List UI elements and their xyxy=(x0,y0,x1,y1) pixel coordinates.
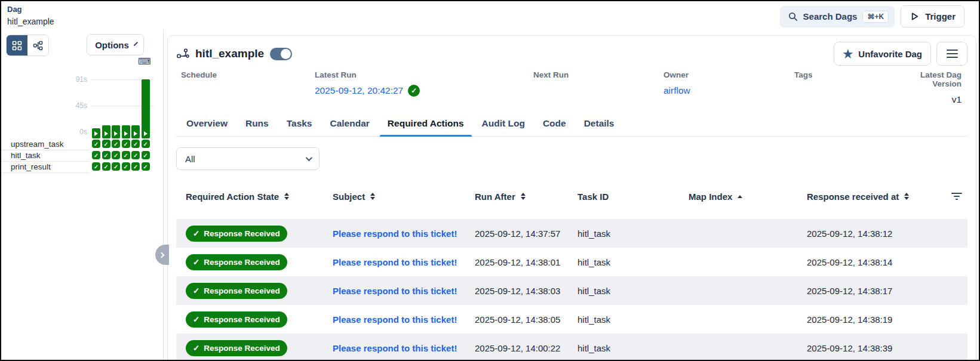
info-value xyxy=(181,84,310,97)
state-filter-select[interactable]: All xyxy=(176,147,320,170)
task-instance-success-icon[interactable]: ✓ xyxy=(112,140,120,148)
info-label: Latest Run xyxy=(315,70,529,79)
subject-link[interactable]: Please respond to this ticket! xyxy=(333,314,457,325)
trigger-button[interactable]: Trigger xyxy=(901,5,964,27)
task-instance-success-icon[interactable]: ✓ xyxy=(112,151,120,159)
options-dropdown[interactable]: Options xyxy=(87,34,144,55)
info-value-link[interactable]: airflow xyxy=(663,85,690,96)
badge-check-icon: ✓ xyxy=(193,286,199,295)
cell-response-received-at: 2025-09-12, 14:38:19 xyxy=(797,314,933,325)
subject-link[interactable]: Please respond to this ticket! xyxy=(333,257,457,267)
grid-sidebar: Options ⌨ 91s45s0s upstream_task✓✓✓✓✓✓hi… xyxy=(1,30,163,361)
task-instance-success-icon[interactable]: ✓ xyxy=(131,162,140,171)
subject-link[interactable]: Please respond to this ticket! xyxy=(333,343,457,353)
column-filter[interactable] xyxy=(933,193,967,200)
column-label: Response received at xyxy=(807,192,899,202)
sort-icon xyxy=(284,193,289,200)
tab-code[interactable]: Code xyxy=(534,112,575,136)
cell-required-action-state: ✓Response Received xyxy=(176,226,323,242)
run-duration-bar[interactable] xyxy=(122,125,130,138)
column-label: Map Index xyxy=(689,192,732,202)
tab-calendar[interactable]: Calendar xyxy=(321,112,379,136)
run-duration-bar[interactable] xyxy=(112,125,120,138)
tab-required-actions[interactable]: Required Actions xyxy=(379,112,473,136)
task-instance-success-icon[interactable]: ✓ xyxy=(142,162,150,171)
table-row[interactable]: ✓Response ReceivedPlease respond to this… xyxy=(176,248,967,276)
task-instance-success-icon[interactable]: ✓ xyxy=(131,151,140,159)
chevron-right-icon xyxy=(159,252,165,258)
cell-required-action-state: ✓Response Received xyxy=(176,340,323,356)
chevron-down-icon xyxy=(306,155,312,161)
task-instance-success-icon[interactable]: ✓ xyxy=(102,140,110,148)
task-instance-success-icon[interactable]: ✓ xyxy=(142,140,150,148)
column-header-map-index[interactable]: Map Index xyxy=(679,192,797,202)
task-row-label[interactable]: hitl_task xyxy=(1,150,90,162)
task-instance-success-icon[interactable]: ✓ xyxy=(122,140,130,148)
task-instance-success-icon[interactable]: ✓ xyxy=(92,162,100,171)
filter-icon[interactable] xyxy=(951,193,962,200)
breadcrumb-dag-name: hitl_example xyxy=(7,17,54,26)
cell-subject: Please respond to this ticket! xyxy=(323,286,465,296)
task-row-label[interactable]: print_result xyxy=(1,162,90,173)
task-row-label[interactable]: upstream_task xyxy=(1,139,90,150)
task-instance-success-icon[interactable]: ✓ xyxy=(131,140,140,148)
task-instance-success-icon[interactable]: ✓ xyxy=(122,162,130,171)
graph-view-button[interactable] xyxy=(27,35,48,55)
dag-icon xyxy=(176,47,189,60)
subject-link[interactable]: Please respond to this ticket! xyxy=(333,286,457,296)
cell-run-after: 2025-09-12, 14:38:05 xyxy=(465,314,568,325)
column-header-task-id[interactable]: Task ID xyxy=(568,192,679,202)
badge-label: Response Received xyxy=(204,286,280,295)
dag-pause-toggle[interactable] xyxy=(270,48,292,60)
task-instance-success-icon[interactable]: ✓ xyxy=(112,162,120,171)
cell-run-after: 2025-09-12, 14:37:57 xyxy=(465,229,568,239)
search-dags-button[interactable]: Search Dags ⌘+K xyxy=(780,6,895,27)
info-field-latest-dag-version: Latest Dag Versionv1 xyxy=(905,70,967,106)
cell-required-action-state: ✓Response Received xyxy=(176,283,323,299)
column-header-required-action-state[interactable]: Required Action State xyxy=(176,192,323,202)
table-row[interactable]: ✓Response ReceivedPlease respond to this… xyxy=(176,334,967,361)
table-row[interactable]: ✓Response ReceivedPlease respond to this… xyxy=(176,276,967,305)
task-instance-success-icon[interactable]: ✓ xyxy=(92,140,100,148)
run-duration-bar[interactable] xyxy=(92,128,100,138)
top-bar: Dag hitl_example Search Dags ⌘+K Trigger xyxy=(1,1,979,30)
column-label: Required Action State xyxy=(186,192,279,202)
cell-subject: Please respond to this ticket! xyxy=(323,229,465,239)
task-instance-success-icon[interactable]: ✓ xyxy=(102,162,110,171)
table-row[interactable]: ✓Response ReceivedPlease respond to this… xyxy=(176,305,967,334)
run-duration-bar[interactable] xyxy=(131,125,140,138)
axis-tick-label: 45s xyxy=(61,101,87,110)
run-type-play-icon xyxy=(114,131,118,136)
column-header-subject[interactable]: Subject xyxy=(323,192,465,202)
info-value: v1 xyxy=(910,93,961,106)
table-row[interactable]: ✓Response ReceivedPlease respond to this… xyxy=(176,219,967,248)
info-value-link[interactable]: 2025-09-12, 20:42:27 xyxy=(315,85,403,96)
subject-link[interactable]: Please respond to this ticket! xyxy=(333,229,457,239)
axis-tick-label: 0s xyxy=(61,128,87,136)
grid-icon xyxy=(12,41,22,51)
tab-details[interactable]: Details xyxy=(575,112,623,136)
task-instance-success-icon[interactable]: ✓ xyxy=(122,151,130,159)
run-duration-bar[interactable] xyxy=(102,125,110,138)
column-header-run-after[interactable]: Run After xyxy=(465,192,568,202)
tab-audit-log[interactable]: Audit Log xyxy=(473,112,534,136)
tab-runs[interactable]: Runs xyxy=(236,112,278,136)
dag-title: hitl_example xyxy=(195,47,264,60)
task-instance-success-icon[interactable]: ✓ xyxy=(92,151,100,159)
column-header-response-received-at[interactable]: Response received at xyxy=(797,192,933,202)
sort-icon xyxy=(904,193,909,200)
unfavorite-dag-button[interactable]: ★ Unfavorite Dag xyxy=(834,42,931,66)
info-field-latest-run: Latest Run2025-09-12, 20:42:27✓ xyxy=(310,70,529,106)
run-duration-bar[interactable] xyxy=(142,79,150,138)
task-instance-success-icon[interactable]: ✓ xyxy=(102,151,110,159)
tab-overview[interactable]: Overview xyxy=(177,112,236,136)
tab-tasks[interactable]: Tasks xyxy=(278,112,321,136)
dag-actions-menu-button[interactable] xyxy=(936,42,967,66)
trigger-label: Trigger xyxy=(925,11,956,21)
info-value xyxy=(533,84,659,97)
dag-tabs: OverviewRunsTasksCalendarRequired Action… xyxy=(176,112,967,137)
keyboard-shortcuts-icon[interactable]: ⌨ xyxy=(138,56,151,67)
task-instance-success-icon[interactable]: ✓ xyxy=(142,151,150,159)
grid-view-button[interactable] xyxy=(7,35,27,55)
unfavorite-label: Unfavorite Dag xyxy=(858,49,922,59)
